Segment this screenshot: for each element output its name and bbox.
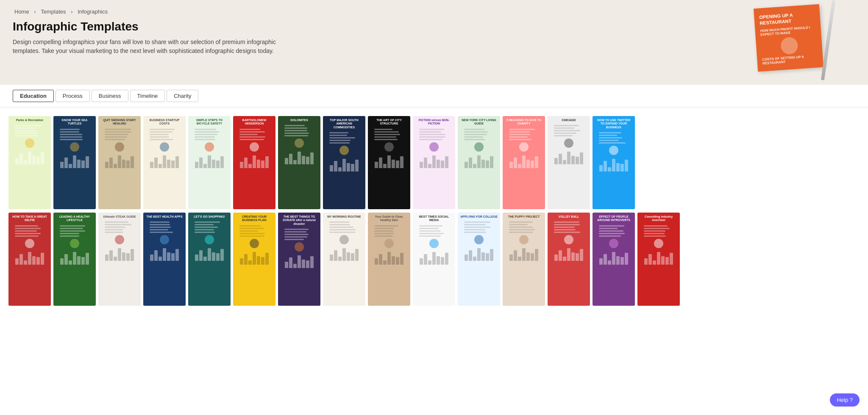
card-bar — [109, 158, 113, 168]
card-decoration — [464, 131, 488, 133]
template-card-twitter[interactable]: HOW TO USE TWITTER TO EXPAND YOUR BUSINE… — [593, 116, 635, 209]
card-decoration — [374, 235, 393, 237]
template-card-puppy[interactable]: THE PUPPY PROJECT — [503, 213, 545, 306]
template-card-charity[interactable]: 5 REASONS TO GIVE TO CHARITY — [503, 116, 545, 209]
card-bar — [477, 248, 481, 261]
tab-charity[interactable]: Charity — [167, 90, 198, 102]
card-decoration-circle — [564, 235, 573, 244]
card-decoration — [374, 225, 398, 227]
card-decoration — [554, 221, 579, 223]
card-bar — [620, 257, 624, 265]
card-bar — [285, 158, 288, 164]
card-decoration-circle — [474, 142, 484, 152]
template-card-clear-skin[interactable]: Your Guide to Clear, Healthy Skin — [368, 213, 410, 306]
card-bar — [473, 257, 476, 261]
card-bar — [473, 164, 476, 168]
card-decoration — [464, 136, 484, 138]
card-bar — [114, 257, 117, 261]
card-decoration — [509, 224, 528, 225]
card-bar — [261, 257, 264, 265]
template-card-consulting[interactable]: Consulting industry overview/ — [637, 213, 680, 306]
template-card-parks[interactable]: Parks & Recreation — [8, 116, 51, 209]
template-card-fiction[interactable]: FICTION versus NON-FICTION — [413, 116, 455, 209]
card-decoration-chart — [150, 155, 179, 168]
card-bar — [653, 260, 656, 265]
card-decoration — [329, 224, 351, 225]
template-card-steak[interactable]: Ultimate STEAK GUIDE — [98, 213, 141, 306]
card-bar — [81, 160, 85, 168]
tab-process[interactable]: Process — [56, 90, 90, 102]
card-decoration — [150, 134, 169, 135]
card-decoration — [15, 133, 38, 134]
card-decoration — [419, 131, 442, 133]
card-bar — [351, 164, 354, 172]
card-bar — [150, 162, 153, 168]
template-row-2: HOW TO TAKE A GREAT SELFIELEADING A HEAL… — [4, 213, 864, 306]
card-decoration — [150, 139, 174, 140]
card-decoration — [15, 233, 41, 234]
template-card-sea-turtles[interactable]: KNOW YOUR SEA TURTLES — [53, 116, 96, 209]
template-card-bartholomew[interactable]: BARTHOLOMEW HENDERSON — [233, 116, 275, 209]
template-card-business-plan[interactable]: CREATING YOUR BUSINESS PLAN — [233, 213, 275, 306]
card-bar — [64, 158, 68, 168]
template-card-social-media[interactable]: BEST TIMES SOCIAL MEDIA — [413, 213, 455, 306]
card-decoration — [105, 136, 127, 138]
template-card-introverts[interactable]: EFFECT OF PEOPLE AROUND INTROVERTS — [593, 213, 635, 306]
card-decoration — [329, 137, 355, 138]
card-bar — [486, 253, 489, 261]
card-bar — [122, 160, 125, 168]
card-bar — [41, 253, 44, 265]
tab-business[interactable]: Business — [92, 90, 128, 102]
card-decoration-chart — [509, 248, 538, 261]
tab-timeline[interactable]: Timeline — [130, 90, 165, 102]
card-decoration — [105, 229, 123, 230]
template-card-health-apps[interactable]: THE BEST HEALTH APPS — [143, 213, 186, 306]
card-bar — [481, 252, 485, 261]
template-card-volleyball[interactable]: VOLLEY BALL — [548, 213, 590, 306]
card-decoration-chart — [150, 248, 179, 261]
card-decoration — [150, 221, 170, 223]
card-decoration-chart — [644, 252, 673, 265]
template-card-dolomites[interactable]: DOLOMITES — [278, 116, 320, 209]
card-bar — [302, 260, 305, 268]
card-decoration — [329, 132, 348, 133]
template-card-business-startup[interactable]: BUSINESS STARTUP COSTS — [143, 116, 186, 209]
template-card-best-things[interactable]: THE BEST THINGS TO DONATE after a natura… — [278, 213, 320, 306]
breadcrumb-home[interactable]: Home — [14, 8, 29, 15]
template-card-quit-smoking[interactable]: QUIT SMOKING START HEALING — [98, 116, 141, 209]
template-card-shopping[interactable]: LET'S GO SHOPPING! — [188, 213, 231, 306]
template-card-chicago[interactable]: CHICAGO — [548, 116, 590, 209]
template-card-south-american[interactable]: TOP MAJOR SOUTH AMERICAN COMMODITIES — [323, 116, 365, 209]
card-bar — [490, 249, 493, 261]
card-decoration-circle — [384, 239, 394, 248]
card-bar — [240, 162, 243, 168]
breadcrumb-templates[interactable]: Templates — [41, 8, 66, 15]
card-bar — [293, 264, 297, 268]
card-decoration — [239, 134, 258, 135]
template-card-selfie[interactable]: HOW TO TAKE A GREAT SELFIE — [8, 213, 51, 306]
card-title-south-american: TOP MAJOR SOUTH AMERICAN COMMODITIES — [326, 119, 363, 129]
hero-description: Design compelling infographics your fans… — [13, 38, 288, 55]
card-decoration-chart — [509, 155, 538, 168]
card-bar — [424, 254, 427, 265]
card-decoration — [15, 228, 41, 229]
template-card-art-city[interactable]: THE ART OF CITY STRUCTURE — [368, 116, 410, 209]
tab-education[interactable]: Education — [13, 90, 54, 102]
template-card-bicycle[interactable]: SIMPLE STEPS TO BICYCLE SAFETY — [188, 116, 231, 209]
template-card-healthy[interactable]: LEADING A HEALTHY LIFESTYLE — [53, 213, 96, 306]
template-card-morning[interactable]: MY MORNING ROUTINE — [323, 213, 365, 306]
card-decoration — [599, 228, 618, 229]
card-decoration — [374, 134, 400, 135]
card-title-quit-smoking: QUIT SMOKING START HEALING — [101, 119, 138, 126]
card-decoration — [195, 139, 215, 140]
template-card-college[interactable]: APPLYING FOR COLLEGE — [458, 213, 500, 306]
card-decoration — [195, 131, 219, 133]
card-bar — [330, 165, 333, 172]
card-bar — [24, 160, 27, 164]
card-decoration — [554, 227, 575, 228]
card-decoration — [419, 235, 441, 237]
hero-card-body: COSTS OF SETTING UP A RESTAURANT — [762, 54, 818, 65]
card-bar — [131, 249, 134, 261]
card-bar — [257, 256, 260, 265]
template-card-ny-living[interactable]: NEW YORK CITY LIVING GUIDE — [458, 116, 500, 209]
